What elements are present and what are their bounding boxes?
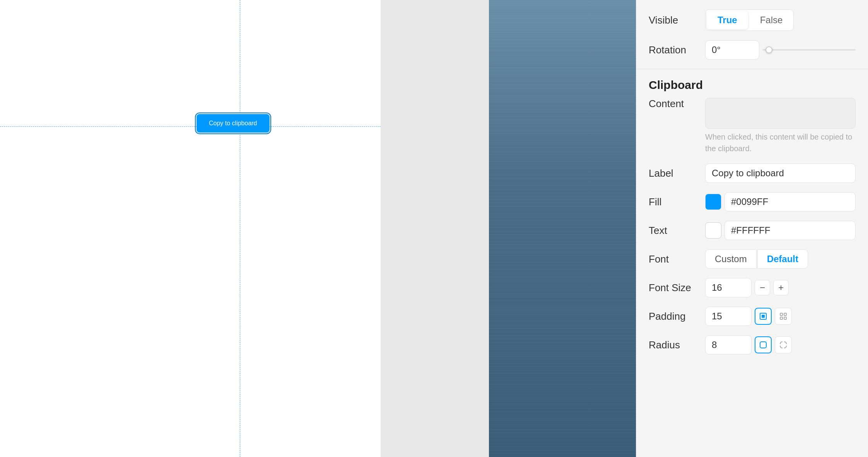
ocean-panel: [489, 0, 636, 457]
label-input[interactable]: [705, 164, 856, 183]
font-label: Font: [649, 253, 699, 265]
content-label: Content: [649, 98, 699, 110]
crosshair-vertical: [240, 0, 240, 457]
font-size-input[interactable]: [705, 278, 752, 297]
rotation-label: Rotation: [649, 44, 699, 56]
svg-rect-5: [784, 317, 786, 319]
text-color-input[interactable]: [724, 221, 856, 240]
visible-false-btn[interactable]: False: [749, 10, 794, 31]
content-textarea[interactable]: [705, 98, 856, 129]
padding-label: Padding: [649, 310, 699, 322]
canvas-copy-button[interactable]: Copy to clipboard: [196, 114, 270, 133]
font-size-increment-btn[interactable]: +: [773, 280, 789, 295]
padding-input[interactable]: [705, 307, 752, 326]
visible-true-btn[interactable]: True: [707, 11, 748, 29]
svg-rect-4: [780, 317, 783, 319]
svg-rect-6: [760, 342, 766, 348]
visible-toggle-group: True False: [705, 9, 794, 31]
radius-uniform-btn[interactable]: [755, 336, 772, 353]
rotation-slider-thumb: [765, 46, 772, 53]
radius-label: Radius: [649, 339, 699, 351]
svg-rect-2: [780, 313, 783, 315]
font-size-stepper: − +: [705, 278, 789, 297]
radius-input[interactable]: [705, 335, 752, 355]
padding-individual-btn[interactable]: [775, 308, 792, 325]
font-toggle-group: Custom Default: [705, 249, 808, 269]
clipboard-section-title: Clipboard: [636, 71, 868, 98]
rotation-input[interactable]: [705, 40, 759, 60]
crosshair-horizontal: [0, 126, 381, 127]
font-size-label: Font Size: [649, 282, 699, 294]
content-helper-text: When clicked, this content will be copie…: [705, 131, 856, 154]
font-default-btn[interactable]: Default: [757, 249, 808, 269]
rotation-slider-track[interactable]: [762, 49, 856, 51]
visible-label: Visible: [649, 14, 699, 26]
right-panel: Visible True False Rotation Clipboard: [636, 0, 868, 457]
text-color-label: Text: [649, 225, 699, 237]
divider-1: [636, 69, 868, 69]
fill-color-swatch[interactable]: [705, 194, 721, 210]
fill-color-input[interactable]: [724, 192, 856, 211]
canvas: Copy to clipboard: [0, 0, 381, 457]
padding-uniform-btn[interactable]: [755, 308, 772, 325]
radius-individual-btn[interactable]: [775, 336, 792, 353]
label-label: Label: [649, 167, 699, 179]
svg-rect-3: [784, 313, 786, 315]
fill-label: Fill: [649, 196, 699, 208]
svg-rect-1: [762, 315, 765, 318]
font-size-decrement-btn[interactable]: −: [755, 280, 770, 295]
gray-panel: [381, 0, 489, 457]
text-color-swatch[interactable]: [705, 222, 721, 239]
font-custom-btn[interactable]: Custom: [705, 249, 757, 269]
